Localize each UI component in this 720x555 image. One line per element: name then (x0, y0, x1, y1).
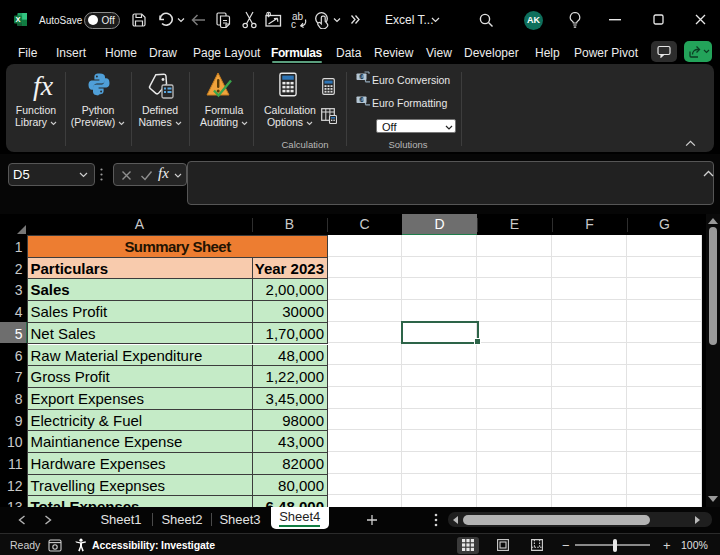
svg-text:€: € (360, 73, 364, 80)
svg-text:c: c (291, 19, 296, 29)
svg-text:X: X (15, 15, 20, 24)
svg-text:€: € (360, 96, 364, 103)
